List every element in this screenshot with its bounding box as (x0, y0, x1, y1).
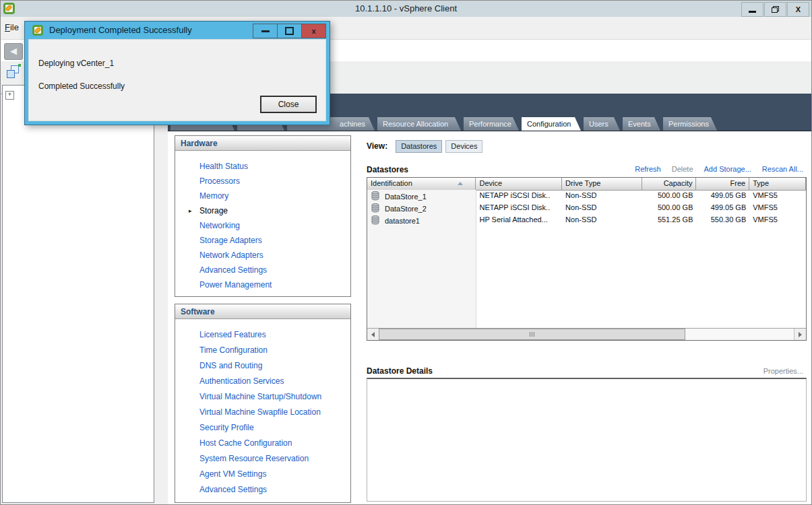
scroll-right-button[interactable] (794, 329, 806, 340)
cell-type: VMFS5 (753, 191, 778, 199)
column-label: Device (479, 179, 502, 187)
tab-label: Configuration (522, 117, 581, 128)
sidebar-item-memory[interactable]: Memory (175, 189, 350, 203)
datastore-icon (371, 203, 380, 214)
tree-expander-icon[interactable]: + (5, 91, 14, 100)
cell-drive-type: Non-SSD (565, 203, 596, 211)
sidebar-item-licensed-features[interactable]: Licensed Features (175, 327, 350, 343)
sidebar-item-security-profile[interactable]: Security Profile (175, 420, 350, 436)
cell-capacity: 500.00 GB (658, 203, 693, 211)
inventory-tree-panel: + (2, 85, 154, 503)
scrollbar-thumb[interactable] (379, 329, 685, 340)
tab-label: achines (340, 120, 365, 128)
column-label: Capacity (664, 179, 693, 187)
scroll-left-button[interactable] (367, 329, 379, 340)
sidebar-item-storage-adapters[interactable]: Storage Adapters (175, 233, 350, 248)
scroll-left-icon (371, 332, 375, 337)
sidebar-item-authentication-services[interactable]: Authentication Services (175, 374, 350, 389)
cell-identification: datastore1 (385, 217, 420, 225)
column-label: Type (753, 179, 769, 187)
column-header-free[interactable]: Free (696, 178, 749, 190)
hardware-panel: Hardware Health StatusProcessorsMemorySt… (175, 135, 351, 297)
cell-free: 550.30 GB (711, 215, 747, 224)
tab-events[interactable]: Events (623, 117, 660, 131)
sidebar-item-advanced-settings[interactable]: Advanced Settings (175, 482, 350, 498)
cell-type: VMFS5 (753, 215, 778, 224)
cell-device: NETAPP iSCSI Disk.. (479, 203, 550, 211)
tab-label: Resource Allocation (377, 117, 461, 128)
cell-capacity: 551.25 GB (658, 215, 693, 224)
view-label: View: (367, 141, 387, 151)
hardware-list: Health StatusProcessorsMemoryStorageNetw… (175, 159, 350, 292)
action-add-storage[interactable]: Add Storage... (704, 165, 751, 173)
column-label: Free (730, 179, 746, 187)
dialog-title: Deployment Completed Successfully (49, 25, 192, 35)
sidebar-item-time-configuration[interactable]: Time Configuration (175, 343, 350, 358)
sort-ascending-icon (458, 182, 463, 185)
cell-identification: DataStore_2 (385, 205, 427, 213)
inventory-icon[interactable] (7, 65, 22, 80)
tab-configuration[interactable]: Configuration (522, 117, 581, 131)
scroll-right-icon (799, 332, 802, 337)
maximize-icon (285, 27, 294, 35)
sidebar-item-virtual-machine-startup-shutdown[interactable]: Virtual Machine Startup/Shutdown (175, 389, 350, 405)
column-header-capacity[interactable]: Capacity (642, 178, 697, 190)
sidebar-item-networking[interactable]: Networking (175, 218, 350, 233)
sidebar-item-host-cache-configuration[interactable]: Host Cache Configuration (175, 436, 350, 451)
window-restore-button[interactable] (764, 2, 786, 17)
deployment-dialog: Deployment Completed Successfully x Depl… (24, 21, 330, 125)
sidebar-item-dns-and-routing[interactable]: DNS and Routing (175, 358, 350, 374)
sidebar-item-power-management[interactable]: Power Management (175, 277, 350, 292)
tab-label: Events (623, 117, 660, 128)
cell-free: 499.05 GB (711, 203, 747, 211)
view-button-datastores[interactable]: Datastores (396, 140, 442, 153)
datastore-details-heading: Datastore Details (367, 366, 433, 376)
sidebar-item-advanced-settings[interactable]: Advanced Settings (175, 263, 350, 277)
table-row-datastore-2[interactable]: DataStore_2NETAPP iSCSI Disk..Non-SSD500… (367, 202, 806, 214)
sidebar-item-agent-vm-settings[interactable]: Agent VM Settings (175, 467, 350, 482)
column-header-type[interactable]: Type (749, 178, 806, 190)
vsphere-dialog-icon (32, 25, 43, 36)
table-row-datastore1[interactable]: datastore1HP Serial Attached...Non-SSD55… (367, 214, 806, 226)
dialog-titlebar: Deployment Completed Successfully x (25, 22, 330, 39)
sidebar-item-network-adapters[interactable]: Network Adapters (175, 248, 350, 263)
dialog-body: Deploying vCenter_1 Completed Successful… (28, 39, 326, 121)
datastores-actions: RefreshDeleteAdd Storage...Rescan All... (635, 165, 803, 173)
sidebar-item-health-status[interactable]: Health Status (175, 159, 350, 174)
horizontal-scrollbar[interactable] (367, 328, 806, 340)
column-header-identification[interactable]: Identification (367, 178, 476, 190)
sidebar-item-storage[interactable]: Storage (175, 203, 350, 218)
sidebar-item-virtual-machine-swapfile-location[interactable]: Virtual Machine Swapfile Location (175, 405, 350, 420)
close-button[interactable]: Close (260, 96, 317, 113)
menu-file[interactable]: File (5, 22, 19, 32)
back-button[interactable]: ◀ (4, 43, 23, 60)
action-delete[interactable]: Delete (672, 165, 693, 173)
action-rescan-all[interactable]: Rescan All... (762, 165, 803, 173)
sidebar-item-processors[interactable]: Processors (175, 174, 350, 189)
cell-drive-type: Non-SSD (565, 215, 596, 224)
dialog-close-button[interactable]: x (301, 24, 325, 38)
window-close-button[interactable]: X (787, 2, 809, 17)
properties-link[interactable]: Properties... (763, 367, 803, 375)
table-row-datastore-1[interactable]: DataStore_1NETAPP iSCSI Disk..Non-SSD500… (367, 190, 806, 202)
window-title: 10.1.1.10 - vSphere Client (1, 3, 811, 13)
action-refresh[interactable]: Refresh (635, 165, 661, 173)
window-minimize-button[interactable] (741, 2, 763, 17)
tab-label: Performance (464, 117, 519, 128)
tab-permissions[interactable]: Permissions (663, 117, 717, 131)
column-label: Drive Type (565, 179, 600, 187)
tab-users[interactable]: Users (584, 117, 620, 131)
column-header-device[interactable]: Device (476, 178, 562, 190)
tab-resource-allocation[interactable]: Resource Allocation (377, 117, 461, 131)
tab-performance[interactable]: Performance (464, 117, 519, 131)
minimize-icon (749, 11, 756, 13)
sidebar-item-system-resource-reservation[interactable]: System Resource Reservation (175, 451, 350, 467)
view-button-devices[interactable]: Devices (445, 140, 482, 153)
cell-device: HP Serial Attached... (479, 215, 547, 224)
cell-identification: DataStore_1 (385, 193, 427, 201)
dialog-maximize-button[interactable] (277, 24, 301, 38)
dialog-message-line1: Deploying vCenter_1 (38, 59, 114, 68)
cell-type: VMFS5 (753, 203, 778, 211)
column-header-drive-type[interactable]: Drive Type (562, 178, 642, 190)
dialog-minimize-button[interactable] (253, 24, 277, 38)
